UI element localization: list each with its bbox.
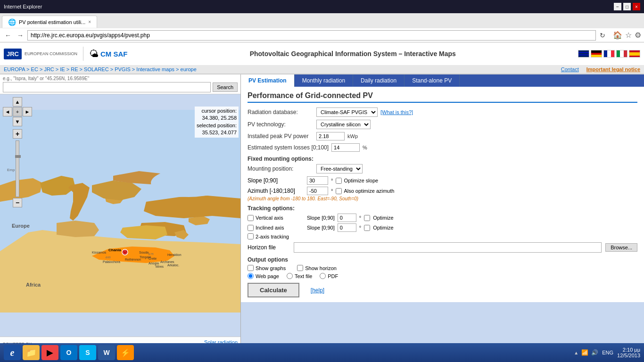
tab-favicon: 🌐 [8, 18, 16, 26]
calculate-row: Calculate [help] [248, 283, 637, 297]
tab-daily-radiation[interactable]: Daily radiation [353, 74, 405, 87]
web-page-radio[interactable] [248, 273, 254, 279]
tab-close-icon[interactable]: × [88, 19, 91, 25]
flag-fr[interactable] [603, 50, 615, 58]
show-graphs-checkbox[interactable] [248, 265, 254, 271]
optimize-slope-checkbox[interactable] [336, 178, 342, 184]
language-indicator[interactable]: ENG [602, 350, 613, 355]
taskbar-ie-icon[interactable]: e [4, 345, 21, 360]
help-link[interactable]: [help] [311, 287, 324, 294]
browse-button[interactable]: Browse... [605, 243, 637, 252]
azimuth-input[interactable] [307, 187, 328, 195]
horizon-file-input[interactable] [294, 242, 602, 253]
svg-text:Archanes: Archanes [160, 260, 174, 263]
maximize-button[interactable]: □ [623, 3, 631, 10]
inclined-axis-optimize-text: Optimize [373, 225, 393, 230]
vertical-axis-slope-input[interactable] [338, 214, 356, 222]
taskbar-media-icon[interactable]: ▶ [41, 345, 58, 360]
installed-peak-input[interactable] [316, 132, 345, 140]
horizon-file-row: Horizon file Browse... [248, 242, 637, 253]
clock[interactable]: 2:10 μμ 12/5/2013 [617, 347, 640, 358]
zoom-in-button[interactable]: + [13, 129, 22, 139]
language-flags[interactable] [578, 50, 640, 58]
map-nav-cross[interactable]: ▲ ◄ + ► ▼ [3, 97, 32, 126]
taskbar-skype-icon[interactable]: S [79, 345, 96, 360]
taskbar-explorer-icon[interactable]: 📁 [23, 345, 40, 360]
pdf-label[interactable]: PDF [320, 273, 338, 279]
taskbar-other-icon[interactable]: ⚡ [117, 345, 134, 360]
zoom-handle[interactable] [15, 155, 21, 158]
also-optimize-azimuth-checkbox[interactable] [336, 188, 342, 194]
pdf-radio[interactable] [320, 273, 326, 279]
flag-de[interactable] [591, 50, 602, 58]
tab-monthly-radiation[interactable]: Monthly radiation [295, 74, 353, 87]
text-file-label[interactable]: Text file [287, 273, 312, 279]
vertical-axis-checkbox[interactable] [248, 215, 254, 221]
nav-left-button[interactable]: ◄ [3, 107, 12, 116]
vertical-axis-optimize-checkbox[interactable] [364, 215, 370, 221]
zoom-out-button[interactable]: − [13, 198, 22, 207]
two-axis-label[interactable]: 2-axis tracking [248, 233, 289, 239]
taskbar-outlook-icon[interactable]: O [60, 345, 77, 360]
legal-link[interactable]: Important legal notice [586, 66, 640, 72]
web-page-label[interactable]: Web page [248, 273, 279, 279]
optimize-slope-label[interactable]: Optimize slope [336, 178, 378, 184]
pv-form: Performance of Grid-connected PV Radiati… [241, 87, 644, 302]
map-search-area: e.g., "Ispra, Italy" or "45.256N, 16.958… [0, 74, 240, 94]
flag-gb[interactable] [578, 50, 589, 58]
show-horizon-checkbox[interactable] [297, 265, 303, 271]
cursor-info: cursor position: 34.380, 25.258 selected… [195, 107, 239, 138]
inclined-axis-slope-label: Slope [0;90] [307, 225, 335, 230]
vertical-axis-label[interactable]: Vertical axis [248, 215, 304, 221]
contact-link[interactable]: Contact [561, 66, 579, 72]
refresh-button[interactable]: ↻ [598, 31, 607, 40]
star-icon[interactable]: ☆ [625, 31, 632, 40]
calculate-button[interactable]: Calculate [248, 283, 299, 297]
show-horizon-label[interactable]: Show horizon [297, 265, 337, 271]
two-axis-checkbox[interactable] [248, 233, 254, 239]
url-input[interactable] [27, 30, 596, 41]
radiation-db-select[interactable]: Climate-SAF PVGIS [316, 107, 378, 117]
mounting-position-select[interactable]: Free-standing [316, 164, 363, 173]
forward-button[interactable]: → [15, 31, 25, 40]
inclined-axis-checkbox[interactable] [248, 225, 254, 231]
taskbar-word-icon[interactable]: W [98, 345, 115, 360]
window-controls[interactable]: − □ × [614, 3, 640, 10]
inclined-axis-optimize-checkbox[interactable] [364, 225, 370, 231]
gear-icon[interactable]: ⚙ [635, 31, 641, 40]
nav-right-button[interactable]: ► [23, 107, 32, 116]
breadcrumb-text[interactable]: EUROPA > EC > JRC > IE > RE > SOLAREC > … [4, 66, 197, 72]
inclined-axis-row: Inclined axis Slope [0;90] ° Optimize [248, 223, 637, 232]
home-icon[interactable]: 🏠 [613, 31, 622, 40]
back-button[interactable]: ← [3, 31, 13, 40]
text-file-radio[interactable] [287, 273, 293, 279]
slope-label: Slope [0;90] [248, 177, 304, 184]
show-graphs-label[interactable]: Show graphs [248, 265, 286, 271]
system-losses-input[interactable] [331, 143, 360, 152]
tray-arrow[interactable]: ▲ [574, 350, 578, 355]
flag-es[interactable] [629, 50, 640, 58]
installed-peak-label: Installed peak PV power [248, 133, 314, 140]
nav-down-button[interactable]: ▼ [13, 117, 22, 126]
also-optimize-azimuth-label[interactable]: Also optimize azimuth [336, 188, 394, 194]
pv-technology-select[interactable]: Crystalline silicon [316, 120, 371, 129]
slope-input[interactable] [307, 176, 328, 185]
tab-standalone-pv[interactable]: Stand-alone PV [405, 74, 460, 87]
right-panel: PV Estimation Monthly radiation Daily ra… [240, 74, 644, 360]
browser-tab[interactable]: 🌐 PV potential estimation utili... × [2, 16, 97, 28]
minimize-button[interactable]: − [614, 3, 621, 10]
nav-center-button[interactable]: + [13, 107, 22, 116]
inclined-axis-label[interactable]: Inclined axis [248, 225, 304, 231]
tab-pv-estimation[interactable]: PV Estimation [241, 74, 295, 87]
nav-up-button[interactable]: ▲ [13, 97, 22, 107]
inclined-axis-slope-input[interactable] [338, 223, 356, 232]
show-horizon-text: Show horizon [305, 265, 337, 271]
close-button[interactable]: × [633, 3, 640, 10]
flag-it[interactable] [616, 50, 627, 58]
what-is-this-link[interactable]: [What is this?] [380, 109, 413, 115]
zoom-bar[interactable] [16, 140, 19, 197]
two-axis-text: 2-axis tracking [256, 234, 289, 239]
search-input[interactable] [3, 82, 211, 92]
search-button[interactable]: Search [213, 82, 238, 92]
optimize-slope-text: Optimize slope [344, 178, 378, 183]
